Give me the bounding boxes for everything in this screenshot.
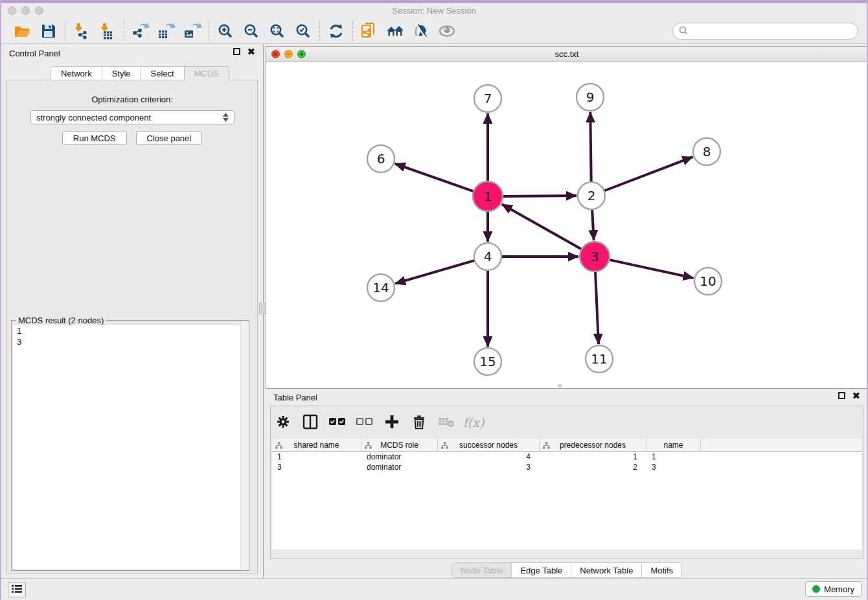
edge-4-14[interactable] bbox=[395, 260, 475, 284]
toggle-panels-button[interactable] bbox=[302, 414, 319, 431]
control-panel-title: Control Panel bbox=[9, 49, 60, 58]
tab-select[interactable]: Select bbox=[141, 66, 184, 80]
table-cell: dominator bbox=[361, 462, 438, 472]
import-table-button[interactable] bbox=[98, 21, 117, 41]
graph-node-8[interactable]: 8 bbox=[693, 138, 720, 165]
zoom-out-icon bbox=[243, 23, 260, 40]
criterion-select[interactable]: strongly connected component bbox=[30, 110, 234, 124]
graph-node-14[interactable]: 14 bbox=[367, 274, 394, 301]
network-window-titlebar[interactable]: ✕ − + scc.txt bbox=[266, 47, 867, 62]
graph-node-7[interactable]: 7 bbox=[474, 85, 501, 112]
close-table-panel-icon[interactable]: ✖ bbox=[852, 392, 860, 399]
zoom-selected-icon bbox=[295, 23, 312, 40]
main-toolbar bbox=[1, 18, 867, 44]
table-row[interactable]: 3dominator323 bbox=[272, 462, 862, 472]
edge-3-10[interactable] bbox=[610, 260, 694, 278]
open-session-button[interactable] bbox=[13, 21, 32, 41]
column-label: predecessor nodes bbox=[560, 441, 626, 450]
mcds-result-node: 1 bbox=[13, 325, 247, 336]
add-column-button[interactable] bbox=[383, 414, 400, 431]
graph-node-1[interactable]: 1 bbox=[473, 181, 503, 211]
svg-text:10: 10 bbox=[700, 273, 716, 289]
graph-node-10[interactable]: 10 bbox=[694, 268, 722, 295]
open-folder-icon bbox=[14, 23, 32, 40]
network-resize-handle[interactable] bbox=[558, 384, 562, 387]
save-session-button[interactable] bbox=[39, 21, 58, 41]
column-type-icon bbox=[365, 442, 372, 451]
network-canvas[interactable]: 7968124314101511 bbox=[266, 62, 867, 388]
tab-motifs[interactable]: Motifs bbox=[642, 563, 681, 577]
export-table-button[interactable] bbox=[157, 21, 176, 41]
column-header-successor-nodes[interactable]: successor nodes bbox=[438, 439, 540, 452]
close-panel-icon[interactable]: ✖ bbox=[247, 48, 255, 55]
svg-text:4: 4 bbox=[484, 249, 492, 264]
panel-splitter[interactable] bbox=[262, 45, 265, 580]
export-network-icon bbox=[131, 23, 150, 40]
tab-style[interactable]: Style bbox=[102, 66, 141, 80]
svg-text:11: 11 bbox=[591, 351, 607, 367]
tab-network[interactable]: Network bbox=[51, 66, 102, 80]
close-panel-button[interactable]: Close panel bbox=[136, 131, 203, 145]
clone-network-button[interactable] bbox=[360, 21, 379, 41]
graph-node-11[interactable]: 11 bbox=[586, 345, 613, 373]
column-header-shared-name[interactable]: shared name bbox=[272, 439, 361, 452]
graph-node-6[interactable]: 6 bbox=[367, 145, 394, 172]
application-window: Session: New Session Control Panel ✖ Net… bbox=[0, 0, 868, 600]
apply-layout-button[interactable] bbox=[326, 21, 346, 41]
titlebar: Session: New Session bbox=[1, 3, 867, 18]
zoom-selected-button[interactable] bbox=[293, 21, 313, 41]
column-header-predecessor-nodes[interactable]: predecessor nodes bbox=[540, 439, 646, 452]
mcds-tab-panel: Optimization criterion: strongly connect… bbox=[6, 80, 258, 573]
float-table-panel-icon[interactable] bbox=[838, 392, 845, 399]
import-network-button[interactable] bbox=[72, 21, 91, 41]
tab-edge-table[interactable]: Edge Table bbox=[512, 563, 571, 577]
graph-node-15[interactable]: 15 bbox=[474, 348, 501, 375]
zoom-out-button[interactable] bbox=[242, 21, 261, 41]
table-panel-title: Table Panel bbox=[273, 393, 317, 402]
trash-icon bbox=[413, 414, 426, 432]
column-header-name[interactable]: name bbox=[646, 439, 701, 452]
edge-3-1[interactable] bbox=[502, 204, 582, 249]
hide-selected-button[interactable] bbox=[411, 21, 431, 41]
edge-2-9[interactable] bbox=[590, 112, 591, 182]
task-history-button[interactable] bbox=[8, 582, 26, 597]
memory-button[interactable]: Memory bbox=[805, 581, 862, 597]
search-input[interactable] bbox=[689, 25, 858, 38]
search-field[interactable] bbox=[672, 23, 858, 40]
tab-node-table[interactable]: Node Table bbox=[452, 563, 512, 577]
zoom-in-button[interactable] bbox=[216, 21, 235, 41]
tab-mcds[interactable]: MCDS bbox=[184, 66, 229, 80]
mcds-result-list[interactable]: 13 bbox=[13, 325, 247, 569]
zoom-fit-button[interactable] bbox=[268, 21, 287, 41]
mcds-result-node: 3 bbox=[13, 336, 247, 347]
result-scrollbar[interactable] bbox=[240, 321, 249, 570]
edge-1-2[interactable] bbox=[503, 196, 577, 196]
deselect-all-rows-button[interactable] bbox=[356, 414, 373, 431]
zoom-fit-icon bbox=[269, 23, 286, 40]
first-neighbors-button[interactable] bbox=[385, 21, 405, 41]
svg-text:2: 2 bbox=[588, 188, 596, 203]
select-all-rows-button[interactable] bbox=[329, 414, 346, 431]
column-header-MCDS-role[interactable]: MCDS role bbox=[361, 439, 438, 452]
graph-node-3[interactable]: 3 bbox=[580, 242, 610, 271]
graph-node-9[interactable]: 9 bbox=[577, 84, 604, 111]
export-network-button[interactable] bbox=[131, 21, 150, 41]
tab-network-table[interactable]: Network Table bbox=[571, 563, 642, 577]
eye-slash-icon bbox=[412, 23, 430, 40]
table-settings-button[interactable] bbox=[275, 414, 291, 431]
export-image-button[interactable] bbox=[183, 21, 202, 41]
float-panel-icon[interactable] bbox=[233, 48, 240, 55]
run-mcds-button[interactable]: Run MCDS bbox=[62, 131, 127, 145]
table-panel: Table Panel ✖ f(x) shared nameMCDS roles… bbox=[266, 389, 868, 580]
column-type-icon bbox=[543, 442, 550, 451]
edge-1-6[interactable] bbox=[395, 164, 474, 192]
delete-column-button[interactable] bbox=[411, 414, 428, 431]
edge-3-11[interactable] bbox=[595, 271, 599, 344]
edge-2-8[interactable] bbox=[604, 157, 693, 190]
edge-2-3[interactable] bbox=[592, 209, 594, 240]
table-row[interactable]: 1dominator411 bbox=[272, 452, 862, 462]
criterion-selected-value: strongly connected component bbox=[36, 113, 223, 122]
graph-node-2[interactable]: 2 bbox=[578, 182, 605, 209]
table-cell: 4 bbox=[438, 452, 540, 462]
graph-node-4[interactable]: 4 bbox=[474, 243, 501, 270]
